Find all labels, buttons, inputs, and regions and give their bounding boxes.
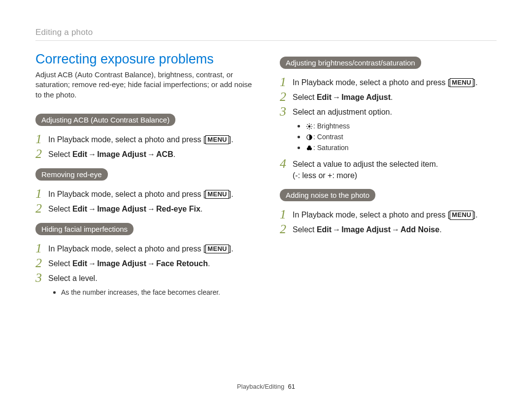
step-body: In Playback mode, select a photo and pre… [293,209,497,220]
step-body: In Playback mode, select a photo and pre… [293,77,497,88]
step-number: 3 [35,272,48,284]
menu-path-segment: Add Noise [400,225,439,234]
svg-line-6 [311,128,311,128]
step-body: Select a value to adjust the selected it… [293,158,497,181]
step-number: 2 [280,223,293,236]
step: 4Select a value to adjust the selected i… [280,158,497,181]
svg-line-8 [311,124,311,124]
menu-path-segment: Edit [317,93,332,101]
arrow-icon: → [87,150,97,158]
menu-path-segment: Edit [317,225,332,234]
step: 2Select Edit→Image Adjust→Add Noise. [280,224,497,236]
menu-path-segment: Image Adjust [341,225,391,234]
step-body: In Playback mode, select a photo and pre… [48,134,252,145]
step-body: Select an adjustment option. [293,106,497,118]
step-number: 3 [280,105,293,118]
menu-button-label: MENU [205,135,229,144]
step-number: 1 [280,208,293,221]
svg-point-12 [308,146,311,149]
svg-line-7 [307,128,307,128]
step-number: 1 [35,187,48,200]
menu-button-label: MENU [205,245,229,253]
step: 1In Playback mode, select a photo and pr… [280,209,497,221]
step-number: 1 [35,242,48,255]
step-number: 2 [280,91,293,103]
step: 2Select Edit→Image Adjust→Face Retouch. [35,258,252,270]
section-heading-pill: Hiding facial imperfections [35,223,133,235]
arrow-icon: → [332,93,341,101]
right-column: Adjusting brightness/contrast/saturation… [280,52,497,303]
step: 2Select Edit→Image Adjust. [280,92,497,103]
step: 2Select Edit→Image Adjust→ACB. [35,149,252,160]
menu-path-segment: Image Adjust [97,150,146,158]
contrast-icon [305,132,313,143]
arrow-icon: → [146,150,156,158]
icon-bullet-list: : Brightness: Contrast: Saturation [295,121,497,154]
step-body: In Playback mode, select a photo and pre… [48,188,252,200]
arrow-icon: → [146,205,156,213]
menu-path-segment: Edit [72,205,87,213]
svg-point-0 [308,125,310,127]
step-number: 2 [35,257,48,270]
page-title: Correcting exposure problems [35,52,252,67]
section-heading-pill: Adding noise to the photo [280,189,375,201]
menu-button-label: MENU [450,78,473,87]
menu-path-segment: Face Retouch [156,259,208,268]
icon-bullet-item: : Contrast [295,132,497,143]
menu-path-segment: Red-eye Fix [156,205,200,213]
footer-section: Playback/Editing [237,383,284,390]
step-number: 1 [35,133,48,146]
arrow-icon: → [332,225,341,234]
breadcrumb: Editing a photo [35,28,497,41]
step: 3Select a level. [35,273,252,284]
menu-path-segment: Edit [72,150,87,158]
footer-page-number: 61 [288,383,295,390]
step-body: In Playback mode, select a photo and pre… [48,243,252,254]
step: 1In Playback mode, select a photo and pr… [35,188,252,200]
icon-bullet-item: : Saturation [295,143,497,154]
menu-path-segment: ACB [156,150,173,158]
step-body: Select Edit→Image Adjust→ACB. [48,149,252,160]
step: 1In Playback mode, select a photo and pr… [280,77,497,89]
menu-path-segment: Image Adjust [97,259,146,268]
section-heading-pill: Adjusting brightness/contrast/saturation [280,57,421,69]
step: 1In Playback mode, select a photo and pr… [35,134,252,146]
arrow-icon: → [146,259,156,268]
note-bullet-item: As the number increases, the face become… [50,287,252,298]
step-number: 4 [280,157,293,170]
step-number: 2 [35,202,48,215]
page-footer: Playback/Editing 61 [0,383,532,390]
icon-bullet-item: : Brightness [295,121,497,132]
step-body: Select Edit→Image Adjust. [293,92,497,103]
section-heading-pill: Adjusting ACB (Auto Contrast Balance) [35,114,175,126]
menu-button-label: MENU [205,190,229,199]
arrow-icon: → [87,259,97,268]
saturation-icon [305,143,313,154]
svg-line-5 [307,124,307,124]
step-number: 1 [280,76,293,89]
note-bullet-list: As the number increases, the face become… [50,287,252,298]
two-column-layout: Correcting exposure problems Adjust ACB … [35,52,497,303]
manual-page: Editing a photo Correcting exposure prob… [0,0,532,401]
step-body: Select Edit→Image Adjust→Face Retouch. [48,258,252,269]
menu-button-label: MENU [450,211,473,219]
step: 3Select an adjustment option. [280,106,497,118]
left-column: Correcting exposure problems Adjust ACB … [35,52,252,303]
intro-text: Adjust ACB (Auto Contrast Balance), brig… [35,70,252,100]
arrow-icon: → [87,205,97,213]
menu-path-segment: Image Adjust [341,93,391,101]
menu-path-segment: Image Adjust [97,205,146,213]
step-body: Select Edit→Image Adjust→Add Noise. [293,224,497,235]
brightness-icon [305,122,313,132]
step-body: Select a level. [48,273,252,284]
menu-path-segment: Edit [72,259,87,268]
step: 2Select Edit→Image Adjust→Red-eye Fix. [35,203,252,215]
step-number: 2 [35,148,48,160]
arrow-icon: → [391,225,400,234]
step: 1In Playback mode, select a photo and pr… [35,243,252,255]
section-heading-pill: Removing red-eye [35,168,108,181]
step-body: Select Edit→Image Adjust→Red-eye Fix. [48,203,252,215]
